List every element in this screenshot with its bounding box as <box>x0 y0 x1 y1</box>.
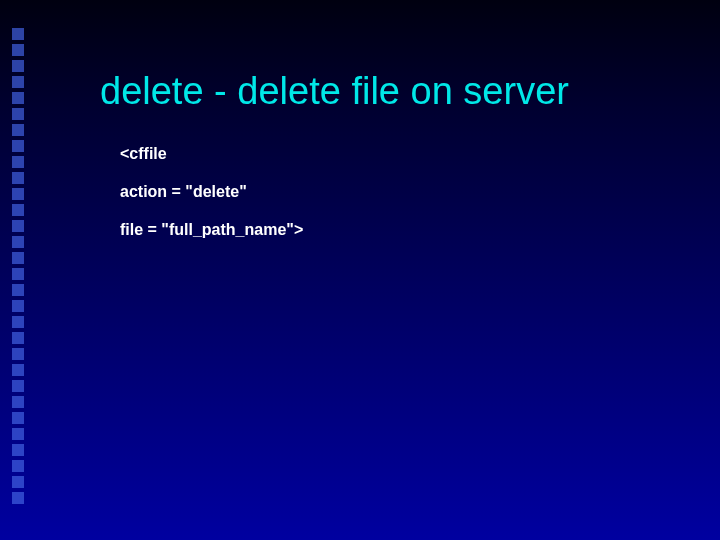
bullet-square <box>12 460 24 472</box>
bullet-square <box>12 92 24 104</box>
slide-content: delete - delete file on server <cffile a… <box>0 0 720 299</box>
bullet-square <box>12 364 24 376</box>
bullet-square <box>12 188 24 200</box>
bullet-square <box>12 444 24 456</box>
bullet-square <box>12 412 24 424</box>
bullet-square <box>12 156 24 168</box>
bullet-square <box>12 204 24 216</box>
bullet-square <box>12 284 24 296</box>
bullet-square <box>12 28 24 40</box>
bullet-square <box>12 252 24 264</box>
bullet-square <box>12 316 24 328</box>
bullet-square <box>12 108 24 120</box>
code-line: <cffile <box>120 145 680 163</box>
bullet-square <box>12 268 24 280</box>
code-line: file = "full_path_name"> <box>120 221 680 239</box>
bullet-square <box>12 476 24 488</box>
decorative-bullet-strip <box>12 28 26 512</box>
bullet-square <box>12 124 24 136</box>
bullet-square <box>12 332 24 344</box>
bullet-square <box>12 172 24 184</box>
bullet-square <box>12 396 24 408</box>
bullet-square <box>12 44 24 56</box>
bullet-square <box>12 220 24 232</box>
bullet-square <box>12 60 24 72</box>
code-line: action = "delete" <box>120 183 680 201</box>
slide-title: delete - delete file on server <box>100 70 680 113</box>
bullet-square <box>12 300 24 312</box>
bullet-square <box>12 492 24 504</box>
bullet-square <box>12 76 24 88</box>
bullet-square <box>12 380 24 392</box>
bullet-square <box>12 236 24 248</box>
bullet-square <box>12 428 24 440</box>
bullet-square <box>12 348 24 360</box>
bullet-square <box>12 140 24 152</box>
